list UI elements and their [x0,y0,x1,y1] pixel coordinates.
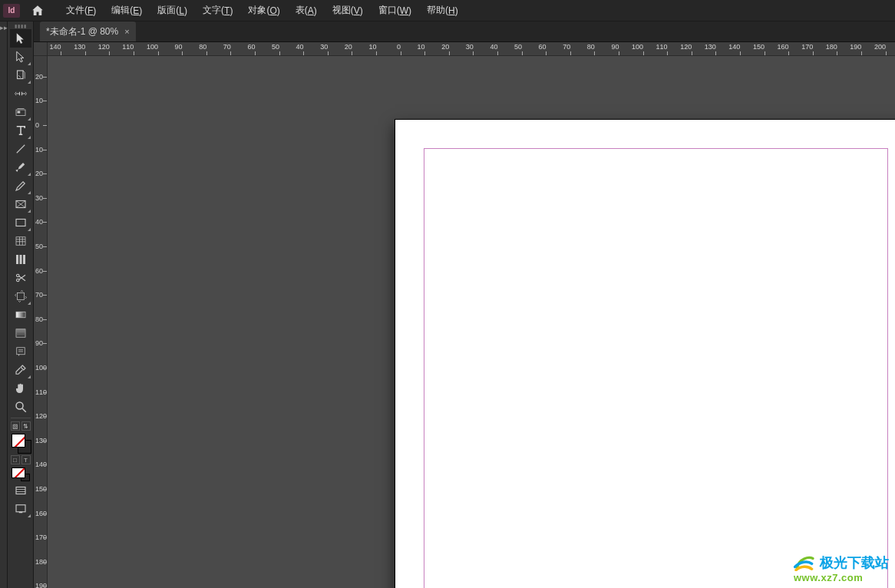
content-collector-tool[interactable] [10,103,31,121]
menu-t[interactable]: 文字(T) [195,0,240,21]
svg-rect-0 [17,71,23,79]
collapsed-panel-strip[interactable]: ▸▸ [0,21,8,588]
svg-rect-14 [19,255,21,264]
misc-tool-b[interactable]: ⇅ [21,421,31,431]
svg-rect-2 [17,111,20,114]
tool-separator [11,418,31,418]
menu-h[interactable]: 帮助(H) [419,0,466,21]
svg-rect-21 [16,329,25,338]
document-area: *未命名-1 @ 80% × 1501401301201101009080706… [34,21,895,588]
scissors-tool[interactable] [10,269,31,287]
document-tab-label: *未命名-1 @ 80% [46,25,118,38]
document-tab-bar: *未命名-1 @ 80% × [34,21,895,42]
svg-rect-15 [23,255,25,264]
color-theme-tool[interactable] [10,361,31,379]
ruler-origin[interactable] [34,42,48,56]
formatting-text[interactable]: T [21,455,31,464]
svg-line-28 [22,408,26,412]
screen-mode[interactable] [10,500,31,518]
view-mode-normal[interactable] [10,481,31,500]
svg-rect-29 [16,487,25,494]
hand-tool[interactable] [10,379,31,398]
gradient-feather-tool[interactable] [10,324,31,342]
menu-f[interactable]: 文件(F) [58,0,104,21]
svg-rect-7 [16,220,25,226]
app-logo-text: Id [8,6,15,15]
home-icon[interactable] [28,1,48,21]
svg-rect-18 [17,293,24,300]
pencil-tool[interactable] [10,177,31,195]
line-tool[interactable] [10,140,31,158]
rectangle-frame-tool[interactable] [10,195,31,213]
tool-panel: ▮▮▮▮ ▧ ⇅ □ T [8,21,34,588]
formatting-container[interactable]: □ [11,455,20,464]
misc-tool-a[interactable]: ▧ [11,421,20,431]
menu-e[interactable]: 编辑(E) [104,0,150,21]
vertical-ruler[interactable]: 2010010203040506070809010011012013014015… [34,56,48,588]
close-tab-icon[interactable]: × [124,27,129,36]
document-tab[interactable]: *未命名-1 @ 80% × [40,21,136,41]
pen-tool[interactable] [10,158,31,177]
direct-selection-tool[interactable] [10,48,31,66]
horizontal-ruler[interactable]: 1501401301201101009080706050403020100102… [48,42,895,56]
selection-tool[interactable] [10,29,31,48]
svg-rect-13 [16,255,18,264]
menu-a[interactable]: 表(A) [288,0,325,21]
menu-v[interactable]: 视图(V) [325,0,371,21]
svg-rect-8 [16,237,25,246]
fill-swatch[interactable] [12,434,25,448]
apply-color[interactable] [12,467,30,481]
svg-rect-32 [16,505,25,512]
zoom-tool[interactable] [10,398,31,416]
column-tool[interactable] [10,250,31,269]
rectangle-tool[interactable] [10,213,31,232]
type-tool[interactable] [10,121,31,140]
menu-w[interactable]: 窗口(W) [371,0,419,21]
note-tool[interactable] [10,342,31,361]
svg-rect-33 [18,512,22,514]
panel-grip-icon[interactable]: ▮▮▮▮ [8,21,33,29]
svg-rect-19 [16,312,25,318]
menu-o[interactable]: 对象(O) [240,0,287,21]
menubar: Id 文件(F)编辑(E)版面(L)文字(T)对象(O)表(A)视图(V)窗口(… [0,0,895,21]
page-tool[interactable] [10,66,31,84]
expand-panels-icon[interactable]: ▸▸ [0,25,8,31]
svg-rect-24 [16,348,25,355]
free-transform-tool[interactable] [10,287,31,306]
svg-point-27 [16,402,23,409]
svg-line-3 [16,145,25,154]
gradient-swatch-tool[interactable] [10,306,31,324]
table-tool[interactable] [10,232,31,250]
menu-l[interactable]: 版面(L) [150,0,195,21]
gap-tool[interactable] [10,84,31,103]
app-logo: Id [3,4,20,18]
fill-stroke-swatch[interactable] [10,432,31,454]
canvas[interactable]: 极光下载站 www.xz7.com [48,56,895,588]
page-margins [424,148,888,588]
